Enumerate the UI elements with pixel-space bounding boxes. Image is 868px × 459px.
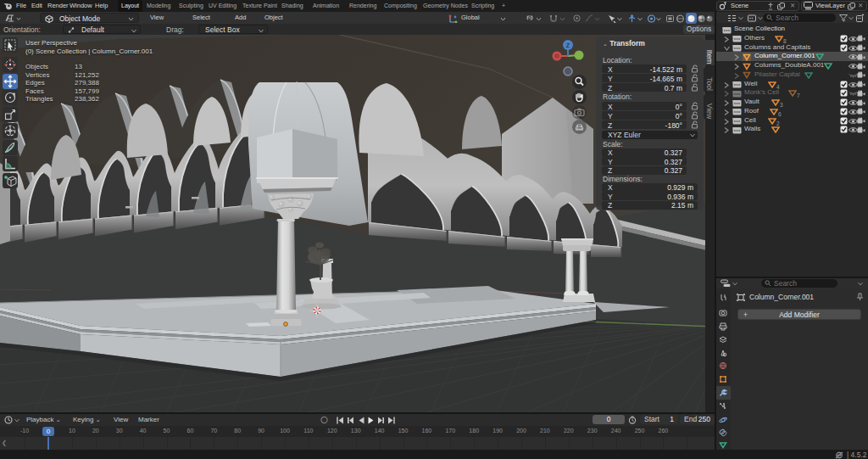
svg-text:Z: Z: [566, 42, 570, 48]
